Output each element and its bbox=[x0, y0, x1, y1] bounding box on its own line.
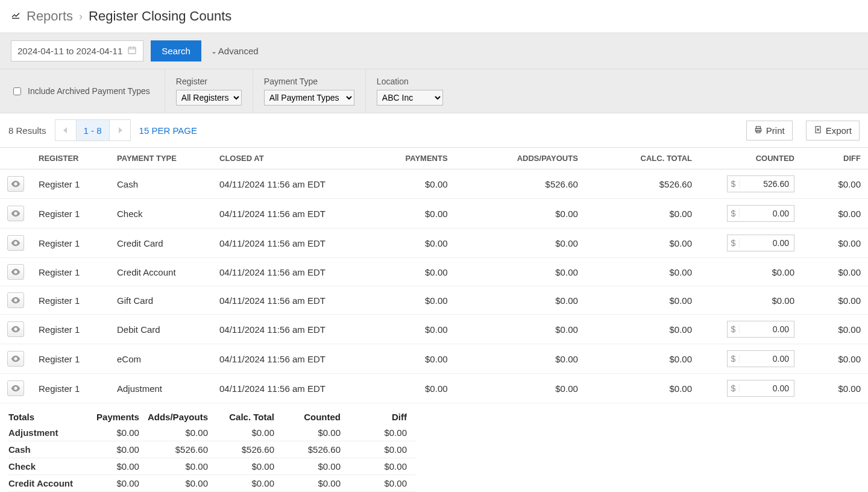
col-register: REGISTER bbox=[31, 148, 110, 169]
totals-counted: $526.60 bbox=[283, 441, 349, 458]
cell-counted: $ bbox=[699, 344, 802, 374]
view-row-button[interactable] bbox=[7, 206, 24, 221]
table-row: Register 1Credit Account04/11/2024 11:56… bbox=[0, 258, 868, 286]
breadcrumb-parent[interactable]: Reports bbox=[27, 8, 73, 24]
cell-diff: $0.00 bbox=[802, 199, 868, 229]
counted-input[interactable] bbox=[740, 206, 794, 221]
view-row-button[interactable] bbox=[7, 264, 24, 280]
cell-adds-payouts: $0.00 bbox=[455, 286, 585, 315]
cell-calc-total: $0.00 bbox=[585, 286, 699, 315]
advanced-label: Advanced bbox=[218, 46, 259, 56]
view-row-button[interactable] bbox=[7, 380, 24, 396]
counted-input-wrap: $ bbox=[727, 235, 794, 251]
view-row-button[interactable] bbox=[7, 235, 24, 251]
totals-counted: $0.00 bbox=[283, 458, 349, 475]
cell-payment-type: Cash bbox=[110, 169, 212, 199]
filters-bar: Include Archived Payment Types Register … bbox=[0, 69, 868, 113]
view-row-button[interactable] bbox=[7, 176, 24, 192]
totals-row: Adjustment$0.00$0.00$0.00$0.00$0.00 bbox=[8, 424, 415, 441]
pager: 1 - 8 bbox=[55, 119, 131, 141]
cell-register: Register 1 bbox=[31, 258, 110, 286]
export-icon bbox=[814, 125, 822, 136]
cell-payment-type: Credit Card bbox=[110, 229, 212, 258]
cell-closed-at: 04/11/2024 11:56 am EDT bbox=[212, 258, 357, 286]
cell-adds-payouts: $0.00 bbox=[455, 229, 585, 258]
counted-input[interactable] bbox=[740, 322, 794, 336]
totals-label: Credit Account bbox=[8, 475, 81, 492]
cell-counted: $ bbox=[699, 374, 802, 403]
totals-calc: $0.00 bbox=[216, 424, 283, 441]
totals-calc: $0.00 bbox=[216, 475, 283, 492]
svg-marker-5 bbox=[63, 127, 67, 133]
counted-input[interactable] bbox=[740, 352, 794, 366]
register-select[interactable]: All Registers bbox=[176, 90, 242, 106]
counted-input-wrap: $ bbox=[727, 350, 794, 367]
cell-closed-at: 04/11/2024 11:56 am EDT bbox=[212, 315, 357, 344]
cell-calc-total: $0.00 bbox=[585, 344, 699, 374]
totals-row: Check$0.00$0.00$0.00$0.00$0.00 bbox=[8, 458, 415, 475]
include-archived-checkbox[interactable] bbox=[13, 87, 21, 95]
view-row-button[interactable] bbox=[7, 292, 24, 308]
location-label: Location bbox=[377, 77, 443, 86]
dollar-icon: $ bbox=[728, 209, 740, 218]
totals-header-row: Totals Payments Adds/Payouts Calc. Total… bbox=[8, 408, 415, 424]
totals-col-counted: Counted bbox=[283, 408, 349, 424]
print-icon bbox=[754, 125, 763, 136]
cell-calc-total: $0.00 bbox=[585, 199, 699, 229]
table-row: Register 1Gift Card04/11/2024 11:56 am E… bbox=[0, 286, 868, 315]
cell-calc-total: $0.00 bbox=[585, 374, 699, 403]
cell-diff: $0.00 bbox=[802, 315, 868, 344]
cell-adds-payouts: $0.00 bbox=[455, 374, 585, 403]
table-row: Register 1Check04/11/2024 11:56 am EDT$0… bbox=[0, 199, 868, 229]
totals-label: Cash bbox=[8, 441, 81, 458]
closing-counts-table: REGISTER PAYMENT TYPE CLOSED AT PAYMENTS… bbox=[0, 148, 868, 403]
cell-calc-total: $526.60 bbox=[585, 169, 699, 199]
col-payment-type: PAYMENT TYPE bbox=[110, 148, 212, 169]
advanced-toggle[interactable]: ⌄ Advanced bbox=[211, 46, 259, 56]
search-button[interactable]: Search bbox=[151, 40, 201, 62]
cell-closed-at: 04/11/2024 11:56 am EDT bbox=[212, 374, 357, 403]
table-row: Register 1Cash04/11/2024 11:56 am EDT$0.… bbox=[0, 169, 868, 199]
print-label: Print bbox=[766, 125, 785, 136]
cell-payment-type: Credit Account bbox=[110, 258, 212, 286]
cell-closed-at: 04/11/2024 11:56 am EDT bbox=[212, 169, 357, 199]
counted-input[interactable] bbox=[740, 236, 794, 250]
location-select[interactable]: ABC Inc bbox=[377, 90, 443, 106]
counted-input[interactable] bbox=[740, 381, 794, 396]
chevron-right-icon: › bbox=[79, 10, 83, 23]
counted-input-wrap: $ bbox=[727, 321, 794, 338]
results-bar: 8 Results 1 - 8 15 PER PAGE Print Export bbox=[0, 113, 868, 148]
cell-payment-type: Adjustment bbox=[110, 374, 212, 403]
payment-type-select[interactable]: All Payment Types bbox=[264, 90, 354, 106]
cell-calc-total: $0.00 bbox=[585, 258, 699, 286]
totals-payments: $0.00 bbox=[81, 424, 148, 441]
svg-rect-1 bbox=[128, 47, 136, 54]
register-label: Register bbox=[176, 77, 242, 86]
date-range-input[interactable]: 2024-04-11 to 2024-04-11 bbox=[11, 40, 143, 62]
cell-payment-type: Check bbox=[110, 199, 212, 229]
counted-input[interactable] bbox=[740, 177, 794, 191]
view-row-button[interactable] bbox=[7, 321, 24, 337]
per-page-link[interactable]: 15 PER PAGE bbox=[139, 125, 197, 136]
filter-register: Register All Registers bbox=[165, 69, 253, 113]
view-row-button[interactable] bbox=[7, 351, 24, 367]
table-row: Register 1Debit Card04/11/2024 11:56 am … bbox=[0, 315, 868, 344]
totals-col-calc: Calc. Total bbox=[216, 408, 283, 424]
export-button[interactable]: Export bbox=[806, 121, 860, 140]
totals-adds: $0.00 bbox=[148, 458, 216, 475]
cell-register: Register 1 bbox=[31, 229, 110, 258]
dollar-icon: $ bbox=[728, 238, 740, 248]
totals-table: Totals Payments Adds/Payouts Calc. Total… bbox=[8, 408, 415, 492]
cell-counted: $0.00 bbox=[699, 286, 802, 315]
include-archived-label: Include Archived Payment Types bbox=[28, 86, 150, 96]
totals-col-adds: Adds/Payouts bbox=[148, 408, 216, 424]
pager-prev[interactable] bbox=[55, 120, 76, 140]
col-payments: PAYMENTS bbox=[357, 148, 455, 169]
counted-input-wrap: $ bbox=[727, 205, 794, 222]
pager-next[interactable] bbox=[110, 120, 130, 140]
totals-col-label: Totals bbox=[8, 408, 81, 424]
print-button[interactable]: Print bbox=[746, 121, 793, 140]
cell-counted: $ bbox=[699, 315, 802, 344]
totals-payments: $0.00 bbox=[81, 475, 148, 492]
cell-register: Register 1 bbox=[31, 286, 110, 315]
